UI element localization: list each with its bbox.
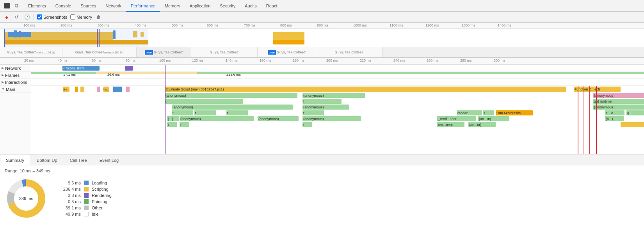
anon-bar-7: (anonymous): [302, 116, 361, 121]
screenshot-6: Guys, Tea Coffee?: [316, 47, 382, 58]
tab-audits[interactable]: Audits: [240, 0, 262, 12]
overview-tick-1200: 1200 ms: [425, 23, 439, 27]
overview-tick-400: 400 ms: [135, 23, 146, 27]
tab-bottom-up[interactable]: Bottom-Up: [31, 155, 63, 165]
tab-console[interactable]: Console: [51, 0, 76, 12]
a-bar: (a...): [605, 116, 624, 121]
tab-network[interactable]: Network: [101, 0, 126, 12]
rendering-name: Rendering: [92, 193, 112, 198]
timeline-tracks[interactable]: ○ ticoml.skcri... 17.1 ms 26.6 ms 213.6 …: [31, 65, 644, 154]
other-name: Other: [92, 206, 103, 210]
tick-60ms: 60 ms: [92, 58, 101, 62]
tick-160ms: 160 ms: [260, 58, 271, 62]
devtools-window-icons: ⬛ ⧉: [3, 2, 20, 10]
screenshots-checkbox-input[interactable]: [37, 14, 42, 20]
frames-arrow: ▶: [2, 73, 4, 77]
network-label: Network: [5, 66, 21, 71]
tick-300ms: 300 ms: [494, 58, 505, 62]
frames-row-label[interactable]: ▶ Frames: [0, 72, 31, 79]
overview-panel: 100 ms 200 ms 300 ms 400 ms 500 ms 600 m…: [0, 23, 644, 58]
ev-bar: Ev...: [63, 87, 69, 92]
tick-100ms: 100 ms: [159, 58, 171, 62]
anon-bar-6: (anonymous): [258, 116, 299, 121]
anon-bar-5: (anonymous): [180, 116, 254, 121]
other-color: [84, 206, 89, 210]
tab-elements[interactable]: Elements: [23, 0, 51, 12]
tab-event-log[interactable]: Event Log: [94, 155, 125, 165]
clear-button[interactable]: 🕐: [23, 14, 30, 21]
delete-button[interactable]: 🗑: [95, 14, 102, 21]
anon-right: (anonymous): [593, 93, 644, 98]
tab-security[interactable]: Security: [215, 0, 240, 12]
screenshots-checkbox[interactable]: Screenshots: [37, 14, 67, 20]
t-bar-9: t: [302, 122, 312, 127]
ov-peak5: [141, 32, 144, 37]
devtools-dock-icon[interactable]: ⬛: [3, 2, 11, 10]
tab-sources[interactable]: Sources: [76, 0, 101, 12]
overview-tick-300: 300 ms: [98, 23, 109, 27]
t-bar-3: t: [172, 110, 193, 115]
interactions-row-label[interactable]: ▶ Interactions: [0, 79, 31, 86]
ov-scripting-bar2: [273, 32, 304, 40]
devtools-undock-icon[interactable]: ⧉: [12, 2, 20, 10]
overview-tick-1000: 1000 ms: [353, 23, 367, 27]
main-redline3: [589, 86, 590, 154]
ellipsis-bar: (...): [167, 116, 179, 121]
t-bar-7: t: [167, 122, 177, 127]
screenshot-5: blueGuys, Tea Coffee?: [258, 47, 316, 58]
main-redline2: [584, 86, 584, 154]
overview-tick-800: 800 ms: [280, 23, 292, 27]
tab-performance[interactable]: Performance: [126, 0, 160, 12]
network-row-label[interactable]: ▶ Network: [0, 65, 31, 72]
tab-react[interactable]: React: [262, 0, 282, 12]
timeline-ruler: 20 ms 40 ms 60 ms 80 ms 100 ms 120 ms 14…: [0, 58, 644, 65]
interactions-arrow: ▶: [2, 80, 4, 84]
screenshot-2: Guys, Tea Coffee?main.b.1011(): [62, 47, 137, 58]
overview-content[interactable]: Guys, Tea Coffee?main.b.1011() Guys, Tea…: [0, 29, 644, 58]
idle-color: [84, 212, 89, 216]
tick-200ms: 200 ms: [326, 58, 338, 62]
tab-summary[interactable]: Summary: [0, 155, 30, 165]
performance-toolbar: ● ↺ 🕐 Screenshots Memory 🗑: [0, 12, 644, 23]
t-bar-2: t: [302, 99, 342, 104]
c-e-bar: C...e: [605, 110, 624, 115]
rendering-color: [84, 193, 89, 198]
small-bar3: [97, 87, 100, 92]
summary-panel: Range: 10 ms – 349 ms 339 ms: [0, 165, 644, 234]
record-button[interactable]: ●: [3, 14, 10, 21]
memory-checkbox[interactable]: Memory: [70, 14, 92, 20]
scripting-color: [84, 187, 89, 191]
devtools-tabbar: ⬛ ⧉ Elements Console Sources Network Per…: [0, 0, 644, 12]
loading-value: 9.6 ms: [59, 181, 81, 185]
tab-application[interactable]: Application: [185, 0, 215, 12]
bottom-tabbar: Summary Bottom-Up Call Tree Event Log: [0, 154, 644, 165]
main-redline4: [596, 86, 597, 154]
screenshots-label: Screenshots: [43, 15, 67, 20]
tick-180ms: 180 ms: [293, 58, 304, 62]
legend-other: 39.1 ms Other: [59, 206, 112, 210]
legend-loading: 9.6 ms Loading: [59, 181, 112, 185]
legend-idle: 49.9 ms Idle: [59, 212, 112, 216]
painting-value: 0.5 ms: [59, 199, 81, 204]
donut-total-label: 339 ms: [19, 196, 33, 201]
tab-memory[interactable]: Memory: [160, 0, 185, 12]
pink-bar1: [126, 87, 130, 92]
r-bar: r: [483, 110, 494, 115]
reload-record-button[interactable]: ↺: [13, 14, 20, 21]
other-value: 39.1 ms: [59, 206, 81, 210]
overview-tick-900: 900 ms: [317, 23, 329, 27]
network-bar-2: [125, 66, 133, 71]
loading-name: Loading: [92, 181, 107, 185]
loading-color: [84, 181, 89, 185]
legend-rendering: 3.8 ms Rendering: [59, 193, 112, 198]
painting-name: Painting: [92, 199, 107, 204]
anon-bar-3: (anonymous): [172, 105, 293, 110]
ov-peak1: [14, 30, 17, 37]
tab-call-tree[interactable]: Call Tree: [64, 155, 93, 165]
overview-tick-1100: 1100 ms: [390, 23, 403, 27]
overview-tick-700: 700 ms: [244, 23, 256, 27]
main-row-label[interactable]: ▼ Main: [0, 86, 31, 93]
anon-bar-2: (anonymous): [302, 93, 365, 98]
rend-liner-bar: _rend...liner: [437, 116, 476, 121]
memory-checkbox-input[interactable]: [70, 14, 75, 20]
